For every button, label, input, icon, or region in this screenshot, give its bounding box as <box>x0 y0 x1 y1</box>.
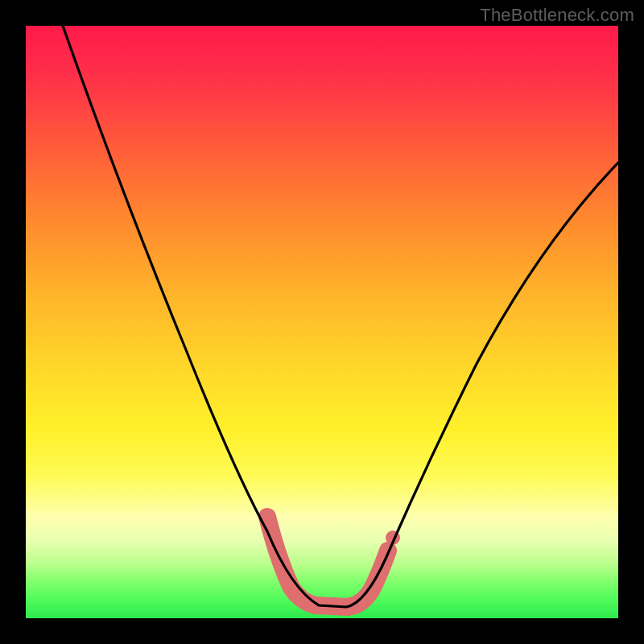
chart-frame: TheBottleneck.com <box>0 0 644 644</box>
plot-area <box>26 26 618 618</box>
optimal-range-marker <box>267 517 388 607</box>
watermark-text: TheBottleneck.com <box>480 5 634 26</box>
curve-layer <box>26 26 618 618</box>
bottleneck-curve <box>63 26 618 607</box>
